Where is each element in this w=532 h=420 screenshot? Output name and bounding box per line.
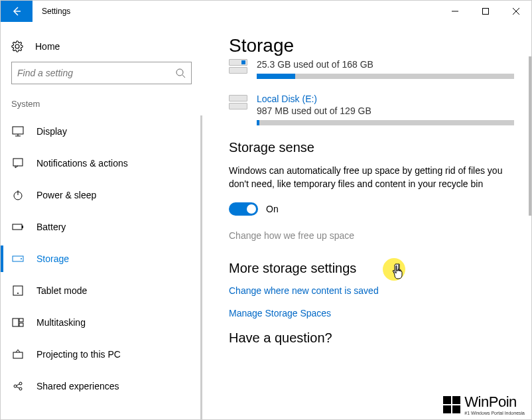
nav-item-tablet[interactable]: Tablet mode <box>1 275 202 307</box>
display-icon <box>11 125 25 138</box>
drive-e[interactable]: Local Disk (E:) 987 MB used out of 129 G… <box>229 94 514 125</box>
notifications-icon <box>11 157 25 170</box>
svg-point-22 <box>14 385 17 387</box>
nav-list: Display Notifications & actions Power & … <box>1 115 202 419</box>
drive-icon <box>229 95 247 113</box>
watermark-brand: WinPoin <box>464 393 525 411</box>
svg-rect-1 <box>483 9 489 15</box>
nav-item-power[interactable]: Power & sleep <box>1 179 202 211</box>
group-label: System <box>1 99 202 115</box>
watermark: WinPoin #1 Windows Portal Indonesia <box>443 393 525 415</box>
nav-item-projecting[interactable]: Projecting to this PC <box>1 338 202 370</box>
nav-label: Shared experiences <box>36 381 119 391</box>
window-controls <box>440 1 531 22</box>
home-label: Home <box>35 41 60 52</box>
nav-label: Projecting to this PC <box>36 349 121 360</box>
page-title: Storage <box>229 35 514 56</box>
watermark-tagline: #1 Windows Portal Indonesia <box>464 411 525 415</box>
minimize-button[interactable] <box>440 1 470 22</box>
pointer-cursor-icon <box>392 265 404 279</box>
main-scrollbar[interactable] <box>527 22 531 419</box>
storage-sense-toggle[interactable] <box>229 202 258 216</box>
nav-item-shared[interactable]: Shared experiences <box>1 370 202 402</box>
maximize-button[interactable] <box>470 1 501 22</box>
storage-sense-description: Windows can automatically free up space … <box>229 165 514 190</box>
svg-line-26 <box>17 387 19 388</box>
close-button[interactable] <box>501 1 531 22</box>
usage-bar <box>257 120 514 125</box>
svg-rect-20 <box>19 323 23 326</box>
svg-rect-18 <box>13 318 19 326</box>
nav-label: Tablet mode <box>36 285 87 296</box>
nav-label: Notifications & actions <box>36 158 128 169</box>
svg-rect-6 <box>13 127 23 134</box>
storage-sense-toggle-row: On <box>229 202 514 216</box>
svg-rect-9 <box>13 159 23 166</box>
window-title: Settings <box>33 1 440 22</box>
more-settings-title: More storage settings <box>229 261 514 276</box>
svg-point-15 <box>21 258 22 259</box>
gear-icon <box>11 40 23 52</box>
arrow-left-icon <box>11 6 22 17</box>
drive-name: Local Disk (E:) <box>257 94 514 104</box>
storage-sense-title: Storage sense <box>229 140 514 155</box>
usage-bar <box>257 74 514 79</box>
svg-rect-19 <box>19 318 23 322</box>
svg-line-25 <box>17 384 19 385</box>
shared-icon <box>11 380 25 393</box>
nav-label: Storage <box>36 253 69 264</box>
nav-label: Display <box>36 126 67 137</box>
back-button[interactable] <box>1 1 33 22</box>
drive-usage: 987 MB used out of 129 GB <box>257 105 514 116</box>
sidebar: Home System Display Notifications & acti… <box>1 22 202 419</box>
svg-point-24 <box>19 387 22 390</box>
main-panel: Storage This PC (C:) 25.3 GB used out of… <box>202 22 531 419</box>
svg-line-5 <box>182 75 185 78</box>
nav-label: Battery <box>36 222 66 232</box>
home-button[interactable]: Home <box>1 35 202 62</box>
toggle-label: On <box>266 204 279 214</box>
battery-icon <box>11 220 25 234</box>
storage-icon <box>11 252 25 265</box>
drive-c[interactable]: This PC (C:) 25.3 GB used out of 168 GB <box>229 58 514 79</box>
drive-icon <box>229 59 247 78</box>
drive-usage: 25.3 GB used out of 168 GB <box>257 59 514 70</box>
svg-point-4 <box>176 69 183 76</box>
svg-point-17 <box>17 293 19 294</box>
have-question-title: Have a question? <box>229 330 514 346</box>
manage-storage-spaces-link[interactable]: Manage Storage Spaces <box>229 308 514 318</box>
power-icon <box>11 188 25 202</box>
svg-rect-13 <box>22 226 23 228</box>
nav-label: Power & sleep <box>36 190 96 200</box>
search-box[interactable] <box>11 62 192 84</box>
svg-point-23 <box>19 382 22 385</box>
nav-label: Multitasking <box>36 317 86 328</box>
change-free-up-link[interactable]: Change how we free up space <box>229 230 514 241</box>
search-input[interactable] <box>17 68 175 78</box>
titlebar: Settings <box>1 1 531 22</box>
change-content-saved-link[interactable]: Change where new content is saved <box>229 285 514 296</box>
nav-item-storage[interactable]: Storage <box>1 243 202 275</box>
nav-item-notifications[interactable]: Notifications & actions <box>1 147 202 179</box>
nav-item-display[interactable]: Display <box>1 115 202 147</box>
svg-rect-21 <box>13 352 23 358</box>
nav-item-battery[interactable]: Battery <box>1 211 202 243</box>
multitasking-icon <box>11 316 25 329</box>
watermark-logo-icon <box>443 396 460 413</box>
tablet-icon <box>11 284 25 297</box>
svg-rect-12 <box>13 224 22 230</box>
nav-item-multitasking[interactable]: Multitasking <box>1 307 202 338</box>
projecting-icon <box>11 348 25 361</box>
search-icon <box>175 68 186 78</box>
